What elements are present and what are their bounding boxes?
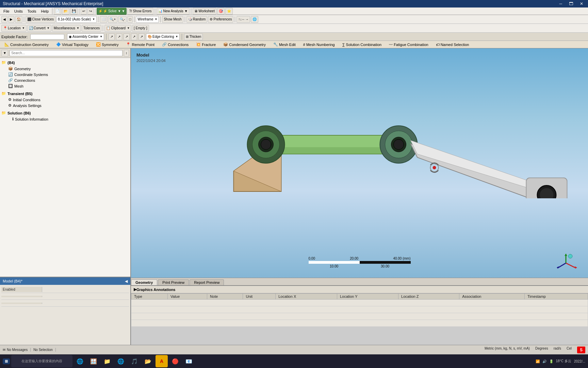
tab-fatigue-combination[interactable]: 〰 Fatigue Combination	[385, 41, 432, 48]
auto-scale-dropdown[interactable]: 8.1e-002 (Auto Scale) ▼	[56, 16, 97, 23]
taskbar-search[interactable]: 在这里输入你要搜索的内容	[11, 355, 72, 367]
tab-construction-geometry[interactable]: 📐 Construction Geometry	[1, 41, 52, 48]
zoom-out-btn[interactable]: 🔍-	[118, 16, 127, 23]
clipboard-btn[interactable]: 📋 Clipboard ▼	[104, 25, 131, 32]
tab-mesh-edit[interactable]: 🔧 Mesh Edit	[270, 41, 299, 48]
forward-btn[interactable]: ▶	[8, 16, 14, 23]
taskbar-ansys[interactable]: A	[156, 355, 168, 367]
tree-section-b5[interactable]: 📁 Transient (B5)	[0, 90, 130, 97]
triad-btn[interactable]: 🌐	[251, 16, 258, 23]
tree-section-b6[interactable]: 📁 Solution (B6)	[0, 110, 130, 116]
empty-row-4	[131, 320, 588, 327]
menu-units[interactable]: Units	[12, 9, 25, 14]
edge-color-btn1[interactable]: ↗	[109, 33, 115, 40]
taskbar-icon2[interactable]: 🪟	[87, 355, 100, 367]
tolerances-btn[interactable]: Tolerances	[82, 25, 101, 32]
tree-search-input[interactable]	[10, 50, 122, 56]
tree-item-connections[interactable]: 🔗 Connections	[5, 77, 130, 83]
taskbar-ie[interactable]: 🌐	[115, 355, 127, 367]
condensed-geometry-icon: 📦	[223, 42, 228, 47]
redo-btn[interactable]: ↪	[87, 8, 94, 15]
show-errors-btn[interactable]: ?/ Show Errors	[127, 8, 153, 15]
back-btn[interactable]: ◀	[1, 16, 7, 23]
bookmark-btn[interactable]: ⭐	[225, 8, 233, 15]
zoom-fit-btn[interactable]: ⬜	[100, 16, 107, 23]
wireframe-dropdown[interactable]: Wireframe ▼	[136, 16, 159, 23]
taskbar-files[interactable]: 📂	[142, 355, 154, 367]
edge-color-btn3[interactable]: ↗	[124, 33, 130, 40]
tree-item-initial-conditions[interactable]: ⚙ Initial Conditions	[5, 97, 130, 103]
new-analysis-btn[interactable]: 📊 New Analysis ▼	[157, 8, 190, 15]
edge-color-btn4[interactable]: ↗	[131, 33, 137, 40]
home-btn[interactable]: 🏠	[15, 16, 22, 23]
random-btn[interactable]: 🎲 Random	[186, 16, 208, 23]
taskbar-icon1[interactable]: 🌐	[74, 355, 86, 367]
edge-color-btn2[interactable]: ↗	[116, 33, 122, 40]
tree-item-mesh[interactable]: 🔲 Mesh	[5, 83, 130, 89]
model-3d-view[interactable]	[131, 48, 588, 198]
tab-geometry[interactable]: Geometry	[131, 279, 157, 285]
minimize-btn[interactable]: ─	[557, 1, 564, 6]
tab-solution-combination[interactable]: ∑ Solution Combination	[339, 41, 385, 48]
edge-coloring-dropdown[interactable]: 🎨 Edge Coloring ▼	[146, 33, 180, 40]
empty-btn[interactable]: [ Empty ]	[132, 25, 149, 32]
taskbar-red[interactable]: 🔴	[169, 355, 181, 367]
preferences-btn[interactable]: ⚙ Preferences	[208, 16, 233, 23]
assembly-center-dropdown[interactable]: ◉ Assembly Center ▼	[67, 33, 104, 40]
misc-btn[interactable]: Miscellaneous ▼	[52, 25, 81, 32]
start-btn[interactable]: ⊞	[3, 358, 10, 364]
chevron-clipboard-icon: ▼	[127, 27, 130, 30]
edge-color-btn5[interactable]: ↗	[138, 33, 145, 40]
tab-remote-point[interactable]: 📍 Remote Point	[122, 41, 158, 48]
solve-btn[interactable]: ⚡ ⚡ Solve ▼ ▼	[97, 8, 127, 15]
analysis-settings-label: Analysis Settings	[13, 104, 42, 108]
value-2	[42, 296, 129, 297]
zoom-in-btn[interactable]: 🔍+	[108, 16, 117, 23]
tab-virtual-topology[interactable]: 🔷 Virtual Topology	[52, 41, 92, 48]
tree-section-b4[interactable]: 📁 (B4)	[0, 59, 130, 66]
tree-item-analysis-settings[interactable]: ⚙ Analysis Settings	[5, 103, 130, 108]
menu-file[interactable]: File	[1, 9, 12, 14]
open-btn[interactable]: 📂	[62, 8, 69, 15]
tab-symmetry[interactable]: 🔀 Symmetry	[92, 41, 122, 48]
save-btn[interactable]: 💾	[70, 8, 78, 15]
taskbar-email[interactable]: 📧	[183, 355, 195, 367]
explode-factor-slider[interactable]	[30, 34, 64, 40]
tree-sort-btn[interactable]: ↕	[124, 50, 129, 57]
undo-btn[interactable]: ↩	[81, 8, 87, 15]
tree-collapse-btn[interactable]: ▼	[1, 50, 8, 57]
show-mesh-btn[interactable]: Show Mesh	[162, 16, 183, 23]
tab-connections[interactable]: 🔗 Connections	[158, 41, 192, 48]
new-btn[interactable]: 📄	[54, 8, 61, 15]
tab-mesh-numbering[interactable]: # Mesh Numbering	[299, 41, 339, 48]
close-vertices-btn[interactable]: ⬛ Close Vertices	[26, 16, 55, 23]
tab-fracture[interactable]: 💥 Fracture	[192, 41, 219, 48]
taskbar-icon3[interactable]: 📁	[101, 355, 113, 367]
taskbar-music[interactable]: 🎵	[128, 355, 141, 367]
menu-help[interactable]: Help	[39, 9, 51, 14]
b6-label: Solution (B6)	[7, 111, 31, 115]
convert-btn[interactable]: 🔄 Convert ▼	[27, 25, 51, 32]
menu-tools[interactable]: Tools	[26, 9, 38, 14]
tab-print-preview[interactable]: Print Preview	[158, 279, 189, 285]
col-unit: Unit	[243, 294, 276, 300]
solution-combination-icon: ∑	[342, 43, 345, 47]
tree-header: ▼ ↕	[0, 48, 130, 58]
align-btns[interactable]: ↑↓←→	[236, 16, 250, 23]
tree-item-geometry[interactable]: 📦 Geometry	[5, 66, 130, 72]
cursor-btn[interactable]: 🎯	[217, 8, 225, 15]
tree-item-coord-systems[interactable]: 🔄 Coordinate Systems	[5, 72, 130, 77]
bottom-left-collapse-icon[interactable]: ◀	[125, 279, 128, 283]
col-type: Type	[131, 294, 168, 300]
maximize-btn[interactable]: 🗖	[567, 1, 575, 6]
location-btn[interactable]: 📍 Location ▼	[1, 25, 27, 32]
tree-item-solution-info[interactable]: ℹ Solution Information	[10, 116, 130, 122]
close-btn[interactable]: ✕	[578, 1, 585, 6]
zoom-box-btn[interactable]: □	[127, 16, 133, 23]
tab-report-preview[interactable]: Report Preview	[190, 279, 224, 285]
tab-named-selection[interactable]: 🏷 Named Selection	[432, 41, 473, 48]
tab-condensed-geometry[interactable]: 📦 Condensed Geometry	[219, 41, 270, 48]
worksheet-btn[interactable]: 🖥 Worksheet	[193, 8, 216, 15]
thicken-btn[interactable]: ⊞ Thicken	[184, 33, 203, 40]
viewport[interactable]: Model 2022/10/24 20:04	[131, 48, 588, 285]
